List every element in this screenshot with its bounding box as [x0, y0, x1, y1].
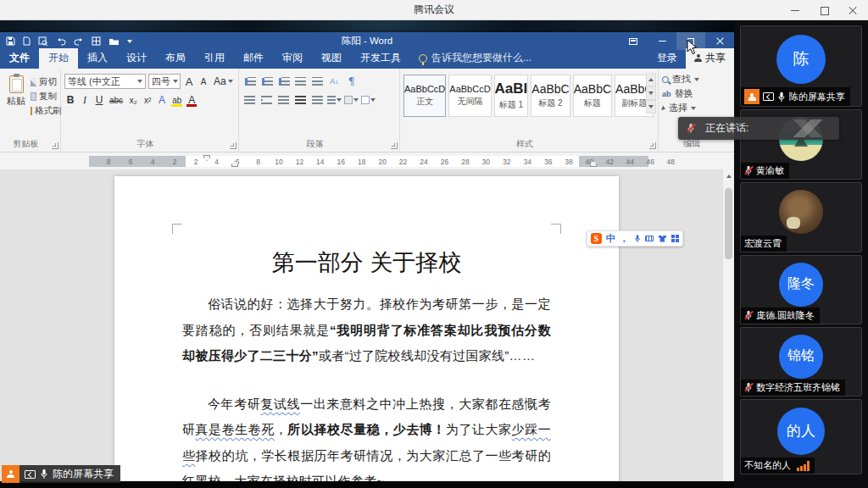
highlight-color-button[interactable]: ab [170, 92, 183, 108]
paragraph-dialog-launcher-icon[interactable] [391, 142, 398, 149]
close-icon[interactable] [848, 5, 858, 15]
save-icon[interactable] [6, 36, 15, 46]
qat-customize-icon[interactable] [127, 40, 132, 43]
document-paragraph-2[interactable]: 今年考研复试线一出来意料之中冲上热搜，大家都在感慨考研真是卷生卷死，所以择校尽量… [182, 391, 551, 482]
mic-icon [777, 92, 786, 103]
find-button[interactable]: 查找 [662, 72, 730, 86]
align-right-icon[interactable] [276, 92, 291, 108]
tab-design[interactable]: 设计 [117, 48, 156, 69]
subscript-button[interactable]: x₂ [127, 92, 139, 108]
cut-button[interactable]: 剪切 [31, 76, 57, 88]
tab-review[interactable]: 审阅 [273, 48, 312, 69]
select-button[interactable]: 选择 [662, 101, 730, 115]
align-left-icon[interactable] [242, 92, 257, 108]
document-page[interactable]: 第一部分 关于择校 俗话说的好：选择大于努力。择校作为考研第一步，是一定要踏稳的… [114, 176, 619, 481]
clipboard-dialog-launcher-icon[interactable] [52, 142, 58, 149]
ime-chinese-mode-icon[interactable]: 中 [606, 232, 615, 245]
format-painter-button[interactable]: 格式刷 [31, 105, 57, 117]
ime-keyboard-icon[interactable] [645, 234, 654, 243]
sogou-ime-toolbar[interactable]: S 中 ， [587, 230, 683, 247]
participant-tile-6[interactable]: 的人 不知名的人 [740, 399, 862, 474]
tab-layout[interactable]: 布局 [156, 48, 195, 69]
distribute-icon[interactable] [310, 92, 325, 108]
tab-developer[interactable]: 开发工具 [351, 48, 410, 69]
style-heading1[interactable]: AaBI标题 1 [494, 75, 529, 117]
undo-icon[interactable] [56, 37, 66, 46]
sogou-logo-icon[interactable]: S [591, 233, 602, 244]
multilevel-list-icon[interactable] [276, 74, 291, 89]
font-size-combo[interactable]: 四号 [148, 74, 181, 89]
ribbon-display-options-icon[interactable] [619, 32, 648, 50]
replace-button[interactable]: ab替换 [662, 86, 730, 101]
show-paragraph-marks-icon[interactable]: ¶ [344, 74, 359, 89]
superscript-button[interactable]: x² [142, 92, 153, 108]
ime-toolbox-icon[interactable] [670, 234, 679, 243]
sign-in-button[interactable]: 登录 [648, 48, 686, 69]
maximize-icon[interactable] [819, 5, 829, 15]
change-case-button[interactable]: Aa [212, 74, 235, 89]
tab-home[interactable]: 开始 [39, 48, 78, 69]
shading-icon[interactable] [344, 92, 359, 108]
redo-icon[interactable] [74, 37, 84, 46]
document-canvas[interactable]: 第一部分 关于择校 俗话说的好：选择大于努力。择校作为考研第一步，是一定要踏稳的… [0, 169, 734, 481]
decrease-indent-icon[interactable] [293, 74, 308, 89]
sort-icon[interactable]: A↓ [327, 74, 342, 89]
styles-scroll-down-icon[interactable] [646, 86, 656, 100]
styles-dialog-launcher-icon[interactable] [649, 142, 656, 149]
font-name-combo[interactable]: 等线 (中文正 [64, 74, 146, 89]
word-minimize-icon[interactable] [648, 32, 676, 50]
style-normal[interactable]: AaBbCcD正文 [403, 75, 446, 117]
new-document-icon[interactable] [23, 36, 31, 46]
bullets-icon[interactable] [242, 74, 257, 89]
styles-gallery-expand-icon[interactable] [646, 100, 656, 114]
borders-icon[interactable] [361, 92, 376, 108]
font-dialog-launcher-icon[interactable] [230, 142, 236, 149]
scroll-up-icon[interactable] [726, 175, 732, 178]
scissors-icon [31, 78, 36, 86]
styles-scroll-up-icon[interactable] [646, 73, 656, 86]
participant-tile-1[interactable]: 陈 陈的屏幕共享 [740, 25, 862, 107]
ruler-bar[interactable]: 8642 2468101214161820222426283032343638 … [89, 156, 648, 167]
tab-mailings[interactable]: 邮件 [234, 48, 273, 69]
tab-file[interactable]: 文件 [0, 48, 39, 69]
document-heading[interactable]: 第一部分 关于择校 [182, 247, 551, 278]
text-effects-button[interactable]: A [156, 92, 168, 108]
tab-view[interactable]: 视图 [312, 48, 351, 69]
shrink-font-button[interactable]: A [198, 74, 209, 89]
document-scrollbar[interactable] [722, 169, 734, 481]
tell-me-box[interactable]: 告诉我您想要做什么... [410, 48, 540, 69]
word-close-icon[interactable] [705, 32, 734, 50]
print-preview-icon[interactable] [38, 36, 48, 46]
participant-tile-3[interactable]: 宏渡云霄 [740, 182, 862, 252]
increase-indent-icon[interactable] [310, 74, 325, 89]
strikethrough-button[interactable]: abc [108, 92, 125, 108]
ime-voice-icon[interactable] [633, 234, 642, 243]
align-center-icon[interactable] [259, 92, 274, 108]
style-heading2[interactable]: AaBbC标题 2 [531, 75, 570, 117]
paste-button[interactable]: 粘贴 [3, 72, 29, 108]
tab-references[interactable]: 引用 [195, 48, 234, 69]
underline-button[interactable]: U [93, 92, 105, 108]
ime-punctuation-icon[interactable]: ， [620, 232, 629, 245]
justify-icon[interactable] [293, 92, 308, 108]
participant-tile-5[interactable]: 锦铭 数字经济五班齐锦铭 [740, 327, 862, 396]
italic-button[interactable]: I [79, 92, 91, 108]
word-window: 陈阳 - Word 文件 开始 插入 设计 布局 引用 邮件 审阅 视图 开发工… [0, 32, 734, 481]
bold-button[interactable]: B [64, 92, 76, 108]
document-paragraph-1[interactable]: 俗话说的好：选择大于努力。择校作为考研第一步，是一定要踏稳的，否则结果就是“我明… [182, 291, 551, 369]
style-no-spacing[interactable]: AaBbCcD无间隔 [448, 75, 491, 117]
tab-insert[interactable]: 插入 [78, 48, 117, 69]
participant-tile-4[interactable]: 隆冬 庞德.圆鼓隆冬 [740, 255, 862, 324]
font-color-button[interactable]: A [186, 92, 198, 108]
ime-skin-icon[interactable] [658, 234, 666, 243]
numbering-icon[interactable] [259, 74, 274, 89]
style-title[interactable]: AaBbC标题 [573, 75, 612, 117]
scrollbar-thumb[interactable] [725, 188, 732, 259]
line-spacing-icon[interactable] [327, 92, 342, 108]
minimize-icon[interactable] [790, 5, 800, 15]
copy-button[interactable]: 复制 [31, 91, 57, 103]
open-folder-icon[interactable] [108, 37, 120, 46]
draw-table-icon[interactable] [92, 36, 101, 46]
select-arrow-icon [661, 105, 666, 111]
grow-font-button[interactable]: A [183, 74, 195, 89]
